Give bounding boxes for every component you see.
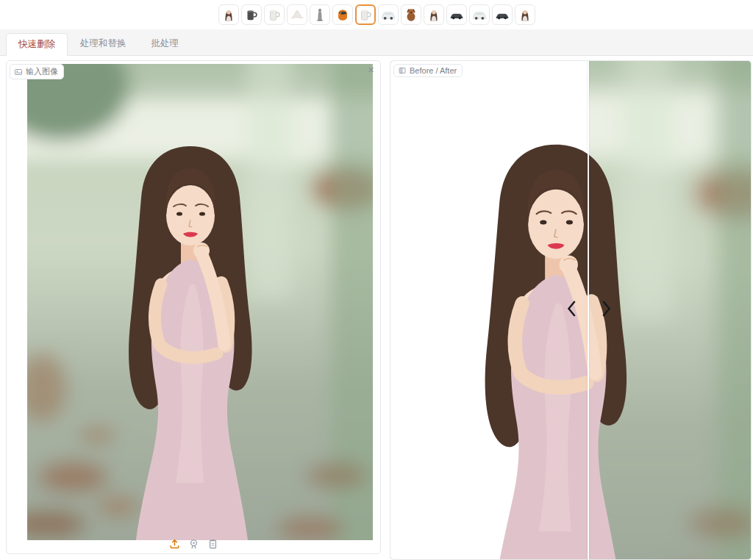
pot-orange-icon [335, 7, 351, 23]
hat-icon [289, 7, 305, 23]
input-image-label-text: 输入图像 [26, 66, 58, 77]
input-photo-image [27, 64, 373, 540]
statue-icon [312, 7, 328, 23]
suv-white-icon [380, 7, 396, 23]
mug-dark-icon [243, 7, 260, 23]
input-image-label: 输入图像 [10, 64, 64, 79]
thumbnail-hat-3[interactable] [287, 4, 307, 25]
thumbnail-mug-dark-1[interactable] [241, 4, 262, 25]
car-dark-icon [449, 7, 465, 23]
chevron-left-icon[interactable] [564, 298, 580, 320]
tab-quick-remove[interactable]: 快速删除 [6, 33, 68, 57]
before-after-label-text: Before / After [410, 66, 457, 75]
main-content: 输入图像 × [0, 56, 753, 560]
suv-white-icon [471, 7, 488, 23]
compare-icon [398, 66, 407, 75]
before-after-stage [390, 61, 751, 559]
after-image [390, 61, 589, 559]
thumbnail-mug-white-2[interactable] [264, 4, 285, 25]
chevron-right-icon[interactable] [598, 298, 614, 320]
thumbnail-car-dark-12[interactable] [492, 4, 513, 25]
car-dark-icon [494, 7, 510, 23]
image-icon [14, 68, 23, 76]
before-after-panel: Before / After [390, 60, 752, 560]
mug-white-icon [266, 7, 282, 23]
thumbnail-pot-orange-5[interactable] [332, 4, 353, 25]
thumbnail-statue-4[interactable] [310, 4, 330, 25]
person-icon [221, 7, 237, 23]
mug-white-icon [357, 7, 374, 23]
tab-strip-container: 快速删除 处理和替换 批处理 [0, 29, 753, 56]
tab-process-replace[interactable]: 处理和替换 [68, 32, 139, 56]
thumbnail-car-dark-10[interactable] [446, 4, 467, 25]
thumbnail-person-9[interactable] [424, 4, 444, 25]
input-image-panel: 输入图像 × [6, 60, 381, 554]
thumbnail-suv-white-11[interactable] [469, 4, 490, 25]
sample-thumbnail-bar [0, 0, 753, 30]
tab-batch-process[interactable]: 批处理 [139, 32, 192, 56]
thumbnail-person-0[interactable] [218, 4, 239, 25]
upload-icon[interactable] [168, 538, 181, 550]
clear-image-button[interactable]: × [365, 62, 377, 76]
image-source-toolbar [7, 536, 380, 552]
dog-icon [403, 7, 419, 23]
thumbnail-suv-white-7[interactable] [378, 4, 399, 25]
webcam-icon[interactable] [188, 538, 200, 550]
input-photo [27, 64, 373, 540]
thumbnail-strip [218, 4, 535, 25]
clipboard-icon[interactable] [207, 538, 219, 550]
slider-divider[interactable] [588, 61, 589, 559]
after-image-clip [390, 61, 589, 559]
person-icon [426, 7, 442, 23]
thumbnail-mug-white-6[interactable] [355, 4, 376, 25]
thumbnail-person-13[interactable] [515, 4, 535, 25]
thumbnail-dog-8[interactable] [401, 4, 421, 25]
tab-bar: 快速删除 处理和替换 批处理 [6, 35, 753, 56]
before-after-label: Before / After [393, 64, 463, 77]
person-icon [517, 7, 533, 23]
